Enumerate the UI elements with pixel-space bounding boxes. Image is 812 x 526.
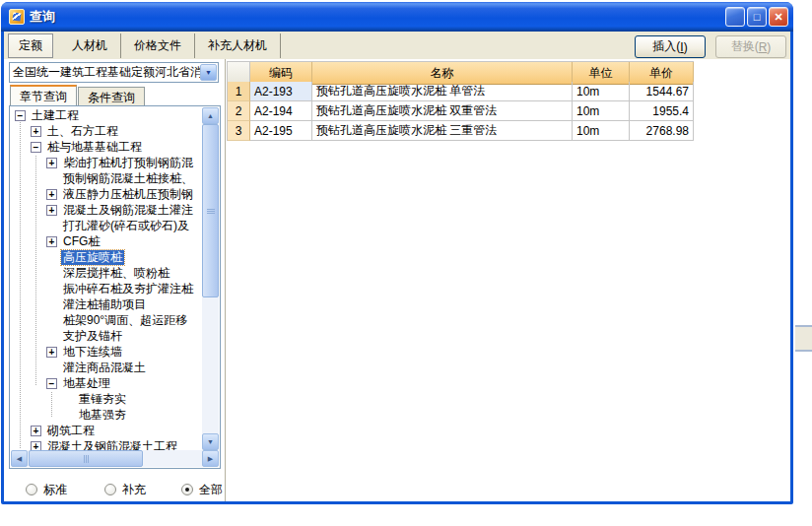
radio-supplement[interactable]: 补充 xyxy=(104,482,146,498)
collapse-icon[interactable] xyxy=(46,378,57,389)
replace-mnemonic: R xyxy=(759,40,768,54)
filter-radio-group: 标准 补充 全部 xyxy=(6,478,224,501)
tree-item[interactable]: 混凝土及钢筋混凝土工程 xyxy=(11,438,202,450)
row-number[interactable]: 1 xyxy=(228,82,250,101)
cell-name[interactable]: 预钻孔道高压旋喷水泥桩 三重管法 xyxy=(312,121,573,141)
radio-standard[interactable]: 标准 xyxy=(26,482,67,498)
cell-unit[interactable]: 10m xyxy=(573,82,630,101)
tree-item[interactable]: 地基强夯 xyxy=(11,407,202,423)
minimize-icon: _ xyxy=(732,16,738,27)
close-icon: ✕ xyxy=(774,12,782,23)
tab-price-file[interactable]: 价格文件 xyxy=(121,33,195,58)
window-title: 查询 xyxy=(30,8,55,26)
horizontal-scroll-thumb[interactable] xyxy=(29,450,143,467)
radio-icon xyxy=(104,484,116,495)
tab-labor-material-machine[interactable]: 人材机 xyxy=(59,33,121,58)
tree-item-selected[interactable]: 高压旋喷桩 xyxy=(11,249,202,265)
cell-code[interactable]: A2-193 xyxy=(250,82,312,101)
tree-item[interactable]: 深层搅拌桩、喷粉桩 xyxy=(11,265,202,281)
radio-label: 补充 xyxy=(122,482,146,498)
tree-horizontal-scrollbar[interactable]: ◀ ▶ xyxy=(11,450,219,467)
minimize-button[interactable]: _ xyxy=(725,7,745,27)
scroll-up-icon[interactable]: ▲ xyxy=(202,107,219,124)
query-tabs: 章节查询 条件查询 xyxy=(10,85,146,105)
insert-button[interactable]: 插入(I) xyxy=(635,35,706,58)
replace-button[interactable]: 替换(R) xyxy=(715,35,786,58)
tree-item[interactable]: 桩架90°调面、超运距移 xyxy=(11,312,202,328)
tree-item[interactable]: 预制钢筋混凝土桩接桩、 xyxy=(11,170,202,186)
background-window-fragment xyxy=(795,325,812,352)
radio-label: 全部 xyxy=(199,482,223,498)
close-button[interactable]: ✕ xyxy=(769,7,788,27)
cell-price[interactable]: 1544.67 xyxy=(630,82,694,101)
cell-name[interactable]: 预钻孔道高压旋喷水泥桩 单管法 xyxy=(312,82,573,101)
thumb-grip xyxy=(207,209,215,214)
scroll-right-icon[interactable]: ▶ xyxy=(202,450,219,467)
tree-item[interactable]: 砌筑工程 xyxy=(11,423,202,438)
expand-icon[interactable] xyxy=(31,126,41,137)
tree-item[interactable]: 重锤夯实 xyxy=(11,391,202,407)
tab-supplement-lmm[interactable]: 补充人材机 xyxy=(195,33,281,58)
scroll-down-icon[interactable]: ▼ xyxy=(202,433,219,450)
sidebar-panel: 全国统一建筑工程基础定额河北省消 ▼ 章节查询 条件查询 土建工程 xyxy=(6,59,226,501)
collapse-icon[interactable] xyxy=(15,110,26,121)
expand-icon[interactable] xyxy=(46,236,57,247)
tab-quota[interactable]: 定额 xyxy=(8,33,53,58)
quota-library-select[interactable]: 全国统一建筑工程基础定额河北省消 ▼ xyxy=(9,62,219,83)
chevron-down-icon: ▼ xyxy=(205,69,212,76)
screen: 查询 _ □ ✕ 定额 人材机 价格文件 补充人材机 插入(I) 替换(R) xyxy=(0,0,812,526)
maximize-button[interactable]: □ xyxy=(747,7,767,27)
query-window: 查询 _ □ ✕ 定额 人材机 价格文件 补充人材机 插入(I) 替换(R) xyxy=(1,2,793,504)
cell-code[interactable]: A2-194 xyxy=(250,101,312,121)
vertical-scroll-thumb[interactable] xyxy=(202,124,219,297)
radio-icon xyxy=(26,484,37,495)
tree-item[interactable]: 混凝土及钢筋混凝土灌注 xyxy=(11,202,202,218)
chapter-tree: 土建工程 土、石方工程 桩与地基基础工程 柴油打桩机打预制钢筋混 预制钢筋混凝土… xyxy=(9,105,221,469)
expand-icon[interactable] xyxy=(46,189,57,200)
expand-icon[interactable] xyxy=(46,347,57,358)
cell-price[interactable]: 1955.4 xyxy=(630,101,694,121)
radio-label: 标准 xyxy=(43,482,67,498)
replace-label: 替换( xyxy=(731,38,759,55)
cell-unit[interactable]: 10m xyxy=(573,121,630,141)
expand-icon[interactable] xyxy=(31,426,41,436)
radio-checked-icon xyxy=(181,484,193,495)
scroll-left-icon[interactable]: ◀ xyxy=(11,450,28,467)
tree-item[interactable]: 振冲碎石桩及夯扩灌注桩 xyxy=(11,281,202,296)
collapse-icon[interactable] xyxy=(31,142,41,153)
tab-chapter-query[interactable]: 章节查询 xyxy=(10,85,77,105)
tree-item[interactable]: 柴油打桩机打预制钢筋混 xyxy=(11,155,202,170)
tree-item[interactable]: 打孔灌砂(碎石或砂石)及 xyxy=(11,218,202,233)
tree-item[interactable]: 灌注商品混凝土 xyxy=(11,360,202,375)
expand-icon[interactable] xyxy=(46,205,57,216)
radio-all[interactable]: 全部 xyxy=(181,482,223,498)
tree-item[interactable]: 地基处理 xyxy=(11,375,202,391)
dropdown-button[interactable]: ▼ xyxy=(200,64,217,81)
tree-item[interactable]: 液压静力压桩机压预制钢 xyxy=(11,186,202,202)
tree-vertical-scrollbar[interactable]: ▲ ▼ xyxy=(202,107,219,450)
tree-item[interactable]: 土、石方工程 xyxy=(11,123,202,139)
insert-label-close: ) xyxy=(684,40,688,54)
tree-item[interactable]: 地下连续墙 xyxy=(11,344,202,360)
expand-icon[interactable] xyxy=(31,441,41,451)
titlebar[interactable]: 查询 _ □ ✕ xyxy=(1,2,793,32)
expand-icon[interactable] xyxy=(46,158,57,168)
tree-item[interactable]: 灌注桩辅助项目 xyxy=(11,296,202,312)
toolbar-tabstrip: 定额 人材机 价格文件 补充人材机 插入(I) 替换(R) xyxy=(4,32,790,59)
cell-price[interactable]: 2768.98 xyxy=(630,121,694,141)
tab-condition-query[interactable]: 条件查询 xyxy=(78,87,145,105)
tree-viewport: 土建工程 土、石方工程 桩与地基基础工程 柴油打桩机打预制钢筋混 预制钢筋混凝土… xyxy=(11,107,202,450)
thumb-grip xyxy=(84,455,89,463)
row-number[interactable]: 2 xyxy=(228,101,250,121)
window-frame: 定额 人材机 价格文件 补充人材机 插入(I) 替换(R) 全国统一建筑工程基础… xyxy=(4,32,790,501)
app-icon xyxy=(9,9,25,25)
cell-unit[interactable]: 10m xyxy=(573,101,630,121)
cell-code[interactable]: A2-195 xyxy=(250,121,312,141)
row-number[interactable]: 3 xyxy=(228,121,250,141)
tree-item[interactable]: CFG桩 xyxy=(11,233,202,249)
tree-item[interactable]: 桩与地基基础工程 xyxy=(11,139,202,155)
insert-label: 插入( xyxy=(652,38,680,55)
tree-item[interactable]: 土建工程 xyxy=(11,107,202,123)
cell-name[interactable]: 预钻孔道高压旋喷水泥桩 双重管法 xyxy=(312,101,573,121)
tree-item[interactable]: 支护及锚杆 xyxy=(11,328,202,344)
